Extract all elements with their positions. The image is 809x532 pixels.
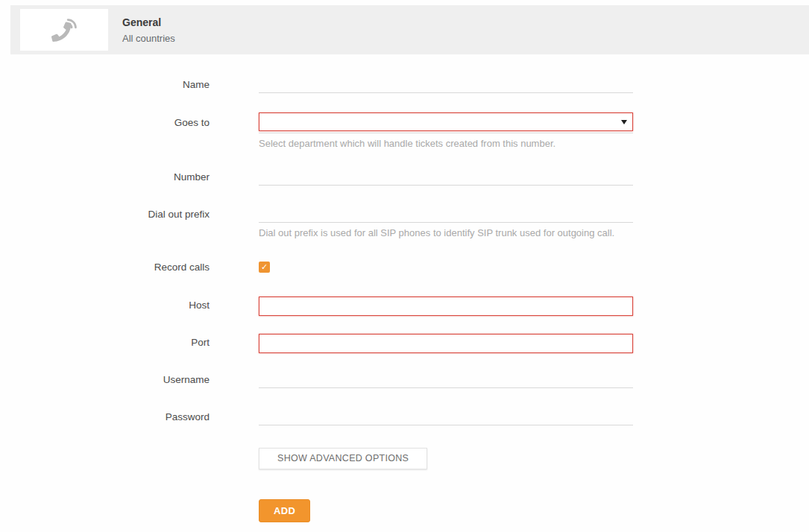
dial-out-prefix-helper: Dial out prefix is used for all SIP phon… bbox=[259, 227, 633, 240]
page-title: General bbox=[122, 16, 175, 28]
name-input[interactable] bbox=[259, 75, 633, 93]
channel-icon-box bbox=[20, 9, 108, 51]
phone-volume-icon bbox=[51, 19, 77, 42]
port-label: Port bbox=[0, 332, 210, 348]
number-input[interactable] bbox=[259, 167, 633, 186]
form-row-record-calls: Record calls ✓ bbox=[0, 257, 809, 273]
form-row-number: Number bbox=[0, 167, 809, 186]
username-input[interactable] bbox=[259, 370, 633, 388]
name-label: Name bbox=[0, 75, 210, 90]
form-row-username: Username bbox=[0, 370, 809, 388]
select-underline bbox=[259, 133, 633, 133]
username-label: Username bbox=[0, 370, 210, 385]
number-label: Number bbox=[0, 167, 210, 183]
record-calls-label: Record calls bbox=[0, 257, 210, 273]
form-row-password: Password bbox=[0, 407, 809, 425]
section-header: General All countries bbox=[10, 5, 809, 54]
record-calls-checkbox[interactable]: ✓ bbox=[259, 262, 270, 273]
password-label: Password bbox=[0, 407, 210, 422]
form-row-dial-out-prefix: Dial out prefix Dial out prefix is used … bbox=[0, 204, 809, 240]
form-row-goes-to: Goes to Select department which will han… bbox=[0, 113, 809, 151]
page-subtitle: All countries bbox=[122, 33, 175, 44]
chevron-down-icon bbox=[621, 120, 627, 124]
form-row-name: Name bbox=[0, 75, 809, 93]
host-input[interactable] bbox=[259, 297, 633, 316]
goes-to-label: Goes to bbox=[0, 113, 210, 128]
checkmark-icon: ✓ bbox=[259, 262, 270, 273]
goes-to-select[interactable] bbox=[259, 113, 633, 131]
show-advanced-options-button[interactable]: SHOW ADVANCED OPTIONS bbox=[259, 448, 427, 469]
host-label: Host bbox=[0, 295, 210, 311]
port-input[interactable] bbox=[259, 334, 633, 353]
password-input[interactable] bbox=[259, 407, 633, 425]
add-button[interactable]: ADD bbox=[259, 499, 310, 522]
dial-out-prefix-label: Dial out prefix bbox=[0, 204, 210, 220]
form-row-host: Host bbox=[0, 295, 809, 316]
form-row-port: Port bbox=[0, 332, 809, 353]
number-form: Name Goes to Select department which wil… bbox=[0, 75, 809, 522]
goes-to-helper: Select department which will handle tick… bbox=[259, 138, 633, 151]
dial-out-prefix-input[interactable] bbox=[259, 204, 633, 223]
